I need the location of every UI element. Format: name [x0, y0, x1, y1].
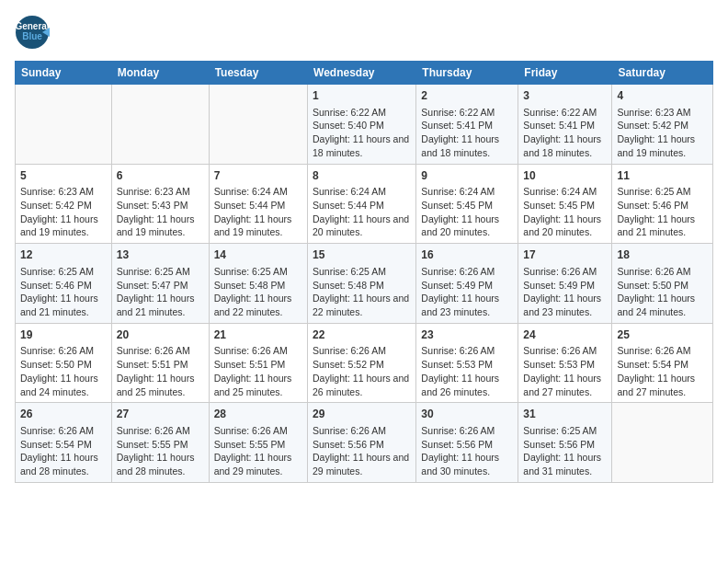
cell-content-line: Sunrise: 6:25 AM [523, 424, 607, 438]
calendar-cell: 28Sunrise: 6:26 AMSunset: 5:55 PMDayligh… [209, 403, 307, 483]
cell-content-line: Sunset: 5:45 PM [523, 199, 607, 213]
cell-content-line: Sunset: 5:47 PM [117, 279, 204, 293]
cell-content-line: Daylight: 11 hours and 29 minutes. [214, 451, 302, 477]
cell-content-line: Sunset: 5:56 PM [313, 438, 411, 452]
cell-content-line: Sunset: 5:42 PM [617, 119, 708, 132]
calendar-week-row: 19Sunrise: 6:26 AMSunset: 5:50 PMDayligh… [16, 323, 713, 403]
cell-content-line: Daylight: 11 hours and 26 minutes. [313, 372, 411, 398]
day-number: 8 [313, 168, 411, 184]
cell-content-line: Sunset: 5:51 PM [214, 358, 302, 372]
day-of-week-header: Sunday [16, 62, 112, 85]
day-of-week-header: Tuesday [209, 62, 307, 85]
cell-content-line: Daylight: 11 hours and 28 minutes. [117, 451, 204, 477]
cell-content-line: Sunrise: 6:26 AM [117, 424, 204, 438]
cell-content-line: Sunrise: 6:26 AM [617, 344, 708, 358]
day-number: 28 [214, 407, 302, 422]
cell-content-line: Sunset: 5:52 PM [313, 358, 411, 372]
cell-content-line: Sunset: 5:56 PM [523, 438, 607, 452]
calendar-cell: 26Sunrise: 6:26 AMSunset: 5:54 PMDayligh… [16, 403, 112, 483]
day-number: 6 [117, 168, 204, 184]
day-number: 22 [313, 327, 411, 343]
logo: General Blue [15, 15, 53, 53]
cell-content-line: Sunset: 5:49 PM [523, 279, 607, 293]
day-number: 13 [117, 247, 204, 263]
cell-content-line: Sunrise: 6:25 AM [617, 185, 708, 199]
calendar-cell: 14Sunrise: 6:25 AMSunset: 5:48 PMDayligh… [209, 244, 307, 324]
day-number: 3 [523, 88, 607, 104]
cell-content-line: Daylight: 11 hours and 27 minutes. [523, 372, 607, 398]
calendar-cell: 3Sunrise: 6:22 AMSunset: 5:41 PMDaylight… [518, 85, 612, 165]
cell-content-line: Daylight: 11 hours and 31 minutes. [523, 451, 607, 477]
cell-content-line: Sunrise: 6:26 AM [617, 265, 708, 279]
cell-content-line: Sunrise: 6:22 AM [523, 106, 607, 120]
cell-content-line: Sunrise: 6:25 AM [214, 265, 302, 279]
calendar-week-row: 1Sunrise: 6:22 AMSunset: 5:40 PMDaylight… [16, 85, 713, 165]
cell-content-line: Daylight: 11 hours and 28 minutes. [20, 451, 107, 477]
calendar-cell: 11Sunrise: 6:25 AMSunset: 5:46 PMDayligh… [612, 164, 713, 244]
calendar-cell: 18Sunrise: 6:26 AMSunset: 5:50 PMDayligh… [612, 244, 713, 324]
day-number: 15 [313, 247, 411, 263]
day-number: 31 [523, 407, 607, 422]
calendar-cell: 29Sunrise: 6:26 AMSunset: 5:56 PMDayligh… [308, 403, 416, 483]
cell-content-line: Daylight: 11 hours and 20 minutes. [523, 213, 607, 239]
cell-content-line: Daylight: 11 hours and 22 minutes. [313, 292, 411, 318]
calendar-cell: 31Sunrise: 6:25 AMSunset: 5:56 PMDayligh… [518, 403, 612, 483]
cell-content-line: Daylight: 11 hours and 18 minutes. [421, 132, 513, 159]
calendar-cell: 7Sunrise: 6:24 AMSunset: 5:44 PMDaylight… [209, 164, 307, 244]
cell-content-line: Daylight: 11 hours and 24 minutes. [20, 372, 107, 398]
cell-content-line: Sunrise: 6:25 AM [313, 265, 411, 279]
cell-content-line: Sunrise: 6:23 AM [617, 106, 708, 120]
cell-content-line: Sunrise: 6:23 AM [117, 185, 204, 199]
calendar-cell: 4Sunrise: 6:23 AMSunset: 5:42 PMDaylight… [612, 85, 713, 165]
calendar-cell: 12Sunrise: 6:25 AMSunset: 5:46 PMDayligh… [16, 244, 112, 324]
calendar-cell: 16Sunrise: 6:26 AMSunset: 5:49 PMDayligh… [416, 244, 518, 324]
day-number: 11 [617, 168, 708, 184]
day-number: 23 [421, 327, 513, 343]
cell-content-line: Sunrise: 6:25 AM [117, 265, 204, 279]
calendar-week-row: 12Sunrise: 6:25 AMSunset: 5:46 PMDayligh… [16, 244, 713, 324]
calendar-cell: 17Sunrise: 6:26 AMSunset: 5:49 PMDayligh… [518, 244, 612, 324]
calendar-cell: 21Sunrise: 6:26 AMSunset: 5:51 PMDayligh… [209, 323, 307, 403]
day-of-week-header: Thursday [416, 62, 518, 85]
cell-content-line: Sunset: 5:42 PM [20, 199, 107, 213]
calendar-cell: 5Sunrise: 6:23 AMSunset: 5:42 PMDaylight… [16, 164, 112, 244]
cell-content-line: Daylight: 11 hours and 26 minutes. [421, 372, 513, 398]
calendar-cell: 15Sunrise: 6:25 AMSunset: 5:48 PMDayligh… [308, 244, 416, 324]
cell-content-line: Daylight: 11 hours and 21 minutes. [617, 213, 708, 239]
calendar-cell: 2Sunrise: 6:22 AMSunset: 5:41 PMDaylight… [416, 85, 518, 165]
svg-text:Blue: Blue [22, 31, 42, 41]
cell-content-line: Sunrise: 6:26 AM [117, 344, 204, 358]
cell-content-line: Daylight: 11 hours and 21 minutes. [117, 292, 204, 318]
cell-content-line: Daylight: 11 hours and 23 minutes. [523, 292, 607, 318]
cell-content-line: Sunrise: 6:26 AM [313, 424, 411, 438]
cell-content-line: Sunrise: 6:25 AM [20, 265, 107, 279]
calendar-header-row: SundayMondayTuesdayWednesdayThursdayFrid… [16, 62, 713, 85]
cell-content-line: Sunset: 5:55 PM [214, 438, 302, 452]
cell-content-line: Sunset: 5:54 PM [20, 438, 107, 452]
calendar-cell: 19Sunrise: 6:26 AMSunset: 5:50 PMDayligh… [16, 323, 112, 403]
calendar-cell: 25Sunrise: 6:26 AMSunset: 5:54 PMDayligh… [612, 323, 713, 403]
cell-content-line: Sunset: 5:44 PM [313, 199, 411, 213]
cell-content-line: Sunset: 5:54 PM [617, 358, 708, 372]
cell-content-line: Daylight: 11 hours and 20 minutes. [313, 213, 411, 239]
svg-text:General: General [15, 21, 49, 31]
calendar-week-row: 5Sunrise: 6:23 AMSunset: 5:42 PMDaylight… [16, 164, 713, 244]
cell-content-line: Sunrise: 6:24 AM [523, 185, 607, 199]
cell-content-line: Sunrise: 6:24 AM [421, 185, 513, 199]
cell-content-line: Sunrise: 6:22 AM [313, 106, 411, 120]
day-number: 21 [214, 327, 302, 343]
calendar-cell: 13Sunrise: 6:25 AMSunset: 5:47 PMDayligh… [111, 244, 209, 324]
cell-content-line: Sunrise: 6:26 AM [523, 265, 607, 279]
day-number: 10 [523, 168, 607, 184]
cell-content-line: Daylight: 11 hours and 22 minutes. [214, 292, 302, 318]
cell-content-line: Sunset: 5:40 PM [313, 119, 411, 132]
day-number: 17 [523, 247, 607, 263]
cell-content-line: Daylight: 11 hours and 30 minutes. [421, 451, 513, 477]
cell-content-line: Sunrise: 6:22 AM [421, 106, 513, 120]
cell-content-line: Sunset: 5:51 PM [117, 358, 204, 372]
day-number: 18 [617, 247, 708, 263]
calendar-cell: 20Sunrise: 6:26 AMSunset: 5:51 PMDayligh… [111, 323, 209, 403]
day-number: 12 [20, 247, 107, 263]
cell-content-line: Sunset: 5:53 PM [421, 358, 513, 372]
cell-content-line: Daylight: 11 hours and 23 minutes. [421, 292, 513, 318]
